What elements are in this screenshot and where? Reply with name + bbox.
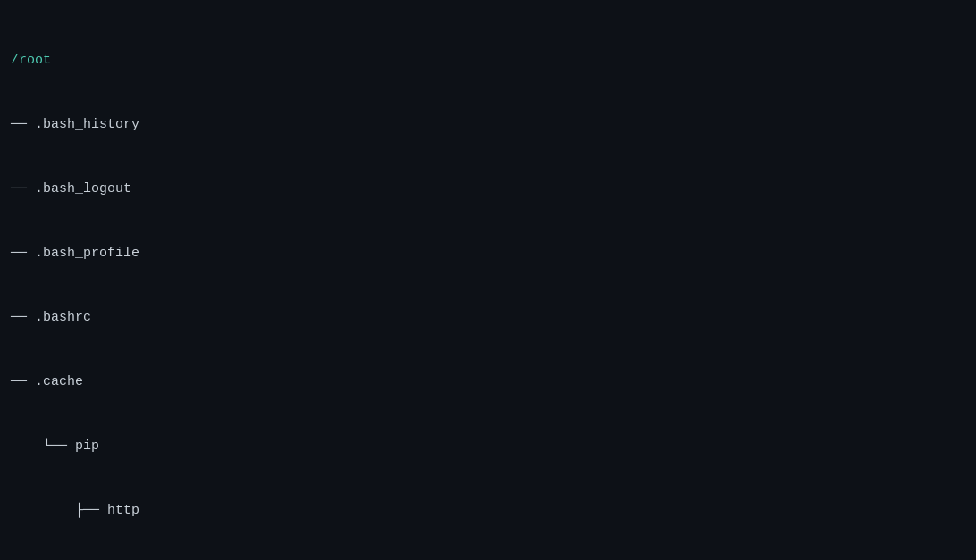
line-4: ── .bashrc [11,307,965,329]
line-1: ── .bash_history [11,114,965,136]
line-5: ── .cache [11,372,965,393]
line-3: ── .bash_profile [11,243,965,264]
line-6: └── pip [11,436,965,457]
line-2: ── .bash_logout [11,179,965,200]
line-root: /root [11,50,965,71]
terminal-output: /root ── .bash_history ── .bash_logout ─… [11,7,965,560]
line-7: ├── http [11,500,965,522]
